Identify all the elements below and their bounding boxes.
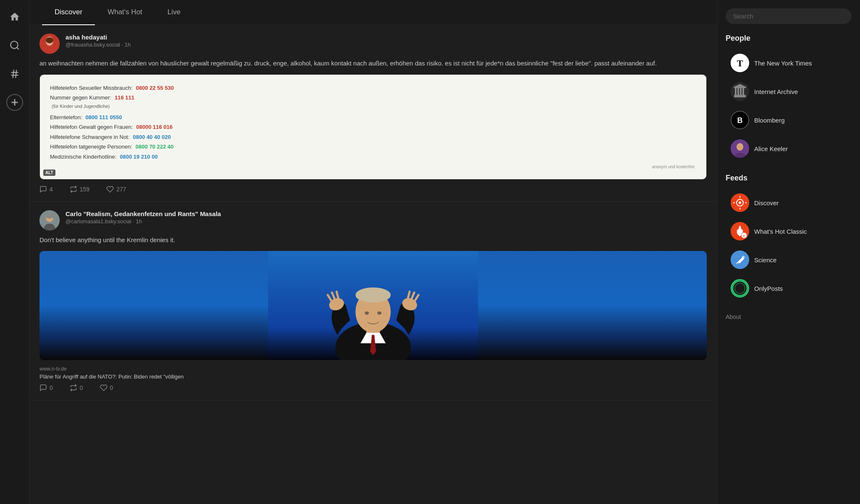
feed-item-discover[interactable]: Discover (726, 189, 852, 216)
svg-line-1 (17, 47, 19, 50)
person-item-nyt[interactable]: T The New York Times (726, 50, 852, 76)
search-nav-icon[interactable] (6, 37, 23, 54)
svg-point-42 (737, 143, 743, 151)
feed-name-onlyposts: OnlyPosts (754, 285, 783, 292)
person-item-alice[interactable]: Alice Keeler (726, 135, 852, 162)
feed-item-onlyposts[interactable]: OnlyPosts (726, 275, 852, 302)
post-handle: @frauasha.bsky.social · 1h (66, 42, 707, 48)
hotline-footer: anonym und kostenfrei (50, 162, 696, 171)
svg-point-45 (739, 201, 741, 204)
alice-avatar (731, 139, 749, 158)
tab-whats-hot[interactable]: What's Hot (95, 0, 155, 25)
ia-avatar (731, 82, 749, 101)
left-sidebar (0, 0, 29, 504)
home-nav-icon[interactable] (6, 8, 23, 25)
repost-button[interactable]: 159 (70, 185, 89, 193)
svg-point-27 (365, 311, 369, 315)
tab-discover[interactable]: Discover (42, 0, 95, 25)
alt-badge: ALT (43, 170, 55, 176)
feed: asha hedayati @frauasha.bsky.social · 1h… (29, 25, 717, 504)
bloomberg-avatar: B (731, 111, 749, 129)
repost-count-2: 0 (80, 384, 83, 391)
comment-button-2[interactable]: 0 (39, 384, 53, 392)
hashtag-nav-icon[interactable] (6, 65, 23, 82)
like-count: 277 (116, 186, 126, 193)
avatar-2[interactable] (39, 210, 60, 230)
hotline-card: Hilfetelefon Sexueller Missbrauch:0800 2… (40, 75, 706, 180)
feeds-list: Discover C What's Hot Classic (726, 189, 852, 302)
post-author: asha hedayati (66, 34, 707, 41)
feed-name-discover: Discover (754, 199, 779, 206)
about-link[interactable]: About (726, 313, 852, 320)
svg-rect-36 (742, 88, 744, 95)
svg-point-13 (45, 214, 54, 219)
svg-rect-32 (734, 95, 746, 97)
science-feed-icon (731, 251, 749, 269)
main-content: Discover What's Hot Live asha hedayati (29, 0, 717, 504)
comment-button[interactable]: 4 (39, 185, 53, 193)
svg-point-0 (10, 41, 18, 48)
post-1: asha hedayati @frauasha.bsky.social · 1h… (29, 25, 717, 202)
feed-item-whats-hot[interactable]: C What's Hot Classic (726, 218, 852, 245)
add-post-button[interactable] (6, 94, 23, 111)
svg-point-10 (46, 37, 53, 43)
person-name-alice: Alice Keeler (754, 145, 788, 152)
svg-point-56 (735, 283, 745, 293)
search-input[interactable] (726, 8, 852, 24)
feeds-section-title: Feeds (726, 174, 852, 183)
post-text-2: Don't believe anything until the Kremlin… (39, 235, 707, 245)
post-author-2: Carlo "Realism, Gedankenfetzen und Rants… (66, 210, 707, 217)
post-photo[interactable] (39, 251, 707, 360)
svg-rect-34 (737, 88, 739, 95)
whats-hot-feed-icon: C (731, 222, 749, 240)
svg-text:B: B (737, 116, 742, 125)
like-button-2[interactable]: 0 (100, 384, 113, 392)
avatar[interactable] (39, 34, 60, 54)
post-header-2: Carlo "Realism, Gedankenfetzen und Rants… (39, 210, 707, 230)
feed-name-science: Science (754, 256, 776, 264)
svg-line-5 (16, 70, 16, 78)
post-text: an weihnachten nehmen die fallzahlen von… (39, 59, 707, 68)
svg-text:C: C (743, 235, 745, 238)
people-list: T The New York Times Internet (726, 50, 852, 162)
top-nav: Discover What's Hot Live (29, 0, 717, 25)
discover-feed-icon (731, 193, 749, 212)
person-name-nyt: The New York Times (754, 60, 812, 67)
right-sidebar: People T The New York Times (717, 0, 860, 504)
post-meta-2: Carlo "Realism, Gedankenfetzen und Rants… (66, 210, 707, 225)
repost-button-2[interactable]: 0 (70, 384, 83, 392)
feed-item-science[interactable]: Science (726, 246, 852, 273)
person-name-ia: Internet Archive (754, 88, 798, 95)
comment-count: 4 (50, 186, 53, 193)
tab-live[interactable]: Live (155, 0, 193, 25)
people-section-title: People (726, 34, 852, 43)
person-name-bloomberg: Bloomberg (754, 117, 785, 124)
svg-rect-35 (740, 88, 742, 95)
svg-rect-33 (735, 88, 737, 95)
person-item-ia[interactable]: Internet Archive (726, 78, 852, 105)
svg-text:T: T (737, 58, 743, 68)
feed-name-whats-hot: What's Hot Classic (754, 228, 807, 235)
post-actions: 4 159 277 (39, 185, 707, 193)
post-image[interactable]: Hilfetelefon Sexueller Missbrauch:0800 2… (39, 74, 707, 180)
like-button[interactable]: 277 (106, 185, 126, 193)
post-header: asha hedayati @frauasha.bsky.social · 1h (39, 34, 707, 54)
post-meta: asha hedayati @frauasha.bsky.social · 1h (66, 34, 707, 48)
svg-point-28 (378, 311, 382, 315)
person-item-bloomberg[interactable]: B Bloomberg (726, 107, 852, 133)
post-2: Carlo "Realism, Gedankenfetzen und Rants… (29, 202, 717, 400)
link-url: www.n-tv.de (39, 366, 707, 372)
hotline-note: (für Kinder und Jugendliche) (52, 102, 696, 111)
repost-count: 159 (80, 186, 89, 193)
post-handle-2: @carlomasala1.bsky.social · 1h (66, 218, 707, 225)
svg-line-4 (13, 70, 13, 78)
like-count-2: 0 (110, 384, 113, 391)
onlyposts-feed-icon (731, 279, 749, 298)
nyt-avatar: T (731, 54, 749, 72)
post-actions-2: 0 0 0 (39, 384, 707, 392)
svg-point-17 (356, 287, 391, 303)
comment-count-2: 0 (50, 384, 53, 391)
link-headline: Pläne für Angriff auf die NATO?: Putin: … (39, 373, 707, 380)
link-preview[interactable]: www.n-tv.de Pläne für Angriff auf die NA… (39, 364, 707, 384)
